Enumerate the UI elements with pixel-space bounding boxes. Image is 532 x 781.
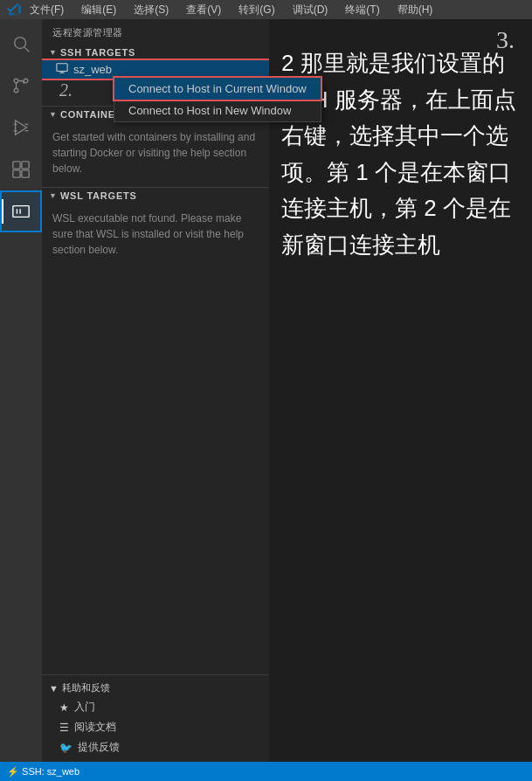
help-item-intro-label: 入门 <box>74 700 95 715</box>
svg-point-2 <box>14 79 18 83</box>
help-arrow: ▼ <box>49 683 59 694</box>
ssh-targets-arrow: ▼ <box>49 48 57 57</box>
menu-debug[interactable]: 调试(D) <box>289 2 332 18</box>
context-menu-item-new-window[interactable]: Connect to Host in New Window <box>114 100 321 121</box>
status-bar-text: ⚡ SSH: sz_web <box>7 766 79 778</box>
svg-rect-17 <box>57 64 67 72</box>
svg-rect-10 <box>13 162 20 169</box>
monitor-icon <box>56 62 68 77</box>
activity-debug-icon[interactable] <box>0 107 42 149</box>
activity-extensions-icon[interactable] <box>0 149 42 190</box>
titlebar: 文件(F) 编辑(E) 选择(S) 查看(V) 转到(G) 调试(D) 终端(T… <box>0 0 532 19</box>
menu-select[interactable]: 选择(S) <box>130 2 172 18</box>
help-item-intro[interactable]: ★ 入门 <box>42 697 269 717</box>
help-item-docs[interactable]: ☰ 阅读文档 <box>42 717 269 737</box>
svg-marker-5 <box>16 121 27 135</box>
docs-icon: ☰ <box>59 722 69 734</box>
wsl-label: WSL TARGETS <box>60 190 137 201</box>
status-bar: ⚡ SSH: sz_web <box>0 762 532 781</box>
svg-rect-14 <box>13 206 29 218</box>
context-menu-item-current-window[interactable]: Connect to Host in Current Window <box>114 78 321 100</box>
hand-number-3: 3. <box>496 26 515 54</box>
svg-point-3 <box>14 88 18 93</box>
wsl-section-header[interactable]: ▼ WSL TARGETS <box>42 188 269 204</box>
star-icon: ★ <box>59 702 69 714</box>
svg-point-4 <box>24 79 28 83</box>
sidebar: 远程资源管理器 ▼ SSH TARGETS sz_web 2. ▼ CONTAI… <box>42 19 269 781</box>
help-item-feedback[interactable]: 🐦 提供反馈 <box>42 737 269 757</box>
wsl-empty-message: WSL executable not found. Please make su… <box>42 204 269 265</box>
svg-rect-13 <box>22 170 29 177</box>
svg-point-0 <box>15 38 26 49</box>
activity-bar <box>0 19 42 781</box>
ssh-targets-label: SSH TARGETS <box>60 47 135 58</box>
menu-goto[interactable]: 转到(G) <box>235 2 278 18</box>
containers-arrow: ▼ <box>49 110 57 119</box>
menu-edit[interactable]: 编辑(E) <box>78 2 120 18</box>
svg-rect-11 <box>22 162 29 169</box>
help-label: 耗助和反馈 <box>62 681 110 695</box>
sidebar-title: 远程资源管理器 <box>42 19 269 45</box>
main-content: 3. 2 那里就是我们设置的 SSH 服务器，在上面点右键，选择其中一个选项。第… <box>269 19 532 781</box>
vscode-icon <box>7 3 21 17</box>
activity-source-control-icon[interactable] <box>0 65 42 107</box>
context-menu: Connect to Host in Current Window Connec… <box>114 77 321 122</box>
twitter-icon: 🐦 <box>59 742 73 754</box>
ssh-item-sz_web[interactable]: sz_web <box>42 60 269 79</box>
activity-search-icon[interactable] <box>0 23 42 65</box>
ssh-targets-section[interactable]: ▼ SSH TARGETS <box>42 45 269 60</box>
svg-rect-12 <box>13 170 20 177</box>
svg-line-1 <box>24 47 29 52</box>
activity-remote-explorer-icon[interactable] <box>0 190 42 232</box>
menu-file[interactable]: 文件(F) <box>26 2 67 18</box>
help-item-feedback-label: 提供反馈 <box>78 740 120 755</box>
wsl-arrow: ▼ <box>49 191 57 200</box>
containers-empty-message: Get started with containers by installin… <box>42 122 269 183</box>
help-item-docs-label: 阅读文档 <box>74 720 116 735</box>
help-section-header[interactable]: ▼ 耗助和反馈 <box>42 679 269 697</box>
menu-terminal[interactable]: 终端(T) <box>342 2 383 18</box>
menu-view[interactable]: 查看(V) <box>183 2 225 18</box>
menu-help[interactable]: 帮助(H) <box>394 2 437 18</box>
ssh-item-label: sz_web <box>73 63 112 76</box>
wsl-section: ▼ WSL TARGETS WSL executable not found. … <box>42 187 269 265</box>
menu-bar: 文件(F) 编辑(E) 选择(S) 查看(V) 转到(G) 调试(D) 终端(T… <box>26 2 436 18</box>
